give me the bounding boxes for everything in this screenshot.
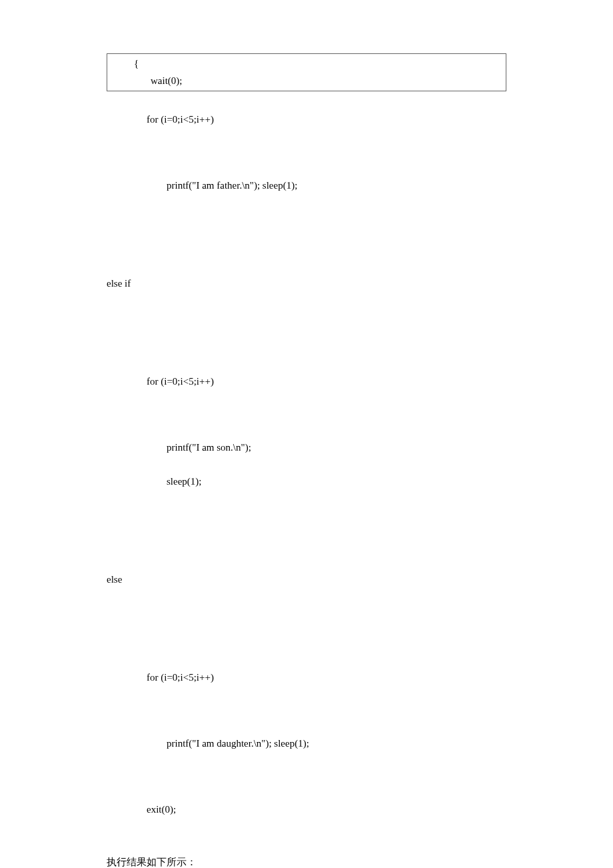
code-line: printf("I am father.\n"); sleep(1);	[107, 177, 506, 195]
result-heading: 执行结果如下所示：	[107, 854, 506, 869]
code-line: exit(0);	[107, 801, 506, 819]
blank-line	[107, 605, 506, 621]
code-line: for (i=0;i<5;i++)	[107, 373, 506, 391]
code-line: else	[107, 571, 506, 589]
code-block: for (i=0;i<5;i++) printf("I am father.\n…	[107, 94, 506, 835]
blank-line	[107, 507, 506, 523]
blank-line	[107, 341, 506, 357]
blank-line	[107, 769, 506, 785]
blank-line	[107, 637, 506, 653]
code-line: else if	[107, 275, 506, 293]
blank-line	[107, 211, 506, 227]
code-line: wait(0);	[114, 73, 499, 90]
code-line: for (i=0;i<5;i++)	[107, 111, 506, 129]
blank-line	[107, 703, 506, 719]
code-line: for (i=0;i<5;i++)	[107, 669, 506, 687]
code-line: printf("I am son.\n");	[107, 439, 506, 457]
code-box-top: { wait(0);	[107, 53, 506, 91]
code-line: sleep(1);	[107, 473, 506, 491]
blank-line	[107, 539, 506, 555]
code-line: printf("I am daughter.\n"); sleep(1);	[107, 735, 506, 753]
code-line: {	[114, 55, 499, 73]
blank-line	[107, 309, 506, 325]
blank-line	[107, 407, 506, 423]
blank-line	[107, 243, 506, 259]
blank-line	[107, 145, 506, 161]
